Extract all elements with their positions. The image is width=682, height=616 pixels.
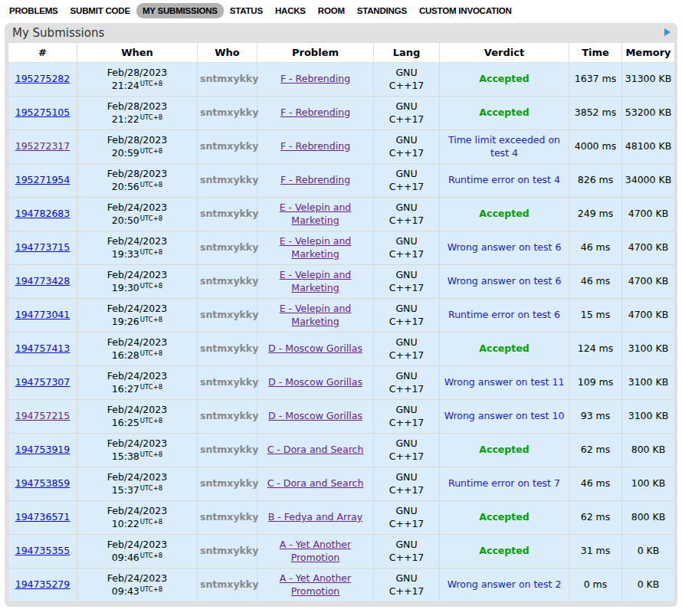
submission-lang: GNU C++17	[374, 265, 440, 299]
submission-author-link[interactable]: sntmxykky	[200, 444, 258, 455]
submission-author-link[interactable]: sntmxykky	[200, 477, 258, 489]
problem-link[interactable]: E - Velepin and Marketing	[280, 235, 352, 260]
submission-date: Feb/28/2023	[80, 168, 195, 181]
submission-author-link[interactable]: sntmxykky	[200, 106, 258, 118]
submission-when-cell: Feb/24/202319:26UTC+8	[77, 299, 198, 333]
nav-tab-problems[interactable]: PROBLEMS	[3, 3, 64, 18]
submission-id-link[interactable]: 194753859	[15, 477, 70, 489]
nav-tab-standings[interactable]: STANDINGS	[351, 3, 413, 18]
submission-id-link[interactable]: 194735355	[15, 545, 70, 556]
problem-link[interactable]: E - Velepin and Marketing	[280, 202, 352, 226]
submission-id-link[interactable]: 194757215	[15, 410, 70, 421]
problem-link[interactable]: F - Rebrending	[280, 106, 350, 118]
nav-tab-status[interactable]: STATUS	[224, 3, 269, 18]
submission-who-cell: sntmxykky	[198, 568, 257, 602]
submission-time: 16:25UTC+8	[80, 417, 195, 430]
problem-link[interactable]: D - Moscow Gorillas	[268, 410, 362, 421]
nav-tab-my-submissions[interactable]: MY SUBMISSIONS	[136, 3, 224, 18]
submission-id-link[interactable]: 194757307	[15, 376, 70, 388]
submission-verdict: Wrong answer on test 10	[444, 410, 565, 421]
nav-tab-custom-invocation[interactable]: CUSTOM INVOCATION	[413, 3, 518, 18]
submission-id-link[interactable]: 194782683	[15, 208, 70, 219]
expand-arrow-icon[interactable]	[664, 28, 671, 36]
submission-id-link[interactable]: 194736571	[15, 511, 70, 523]
submission-author-link[interactable]: sntmxykky	[200, 309, 258, 320]
submission-verdict: Time limit exceeded on test 4	[448, 134, 560, 159]
timezone-label: UTC+8	[140, 282, 162, 290]
submission-id-link[interactable]: 195272317	[15, 140, 70, 152]
nav-tab-hacks[interactable]: HACKS	[269, 3, 312, 18]
submission-author-link[interactable]: sntmxykky	[200, 511, 258, 523]
problem-link[interactable]: A - Yet Another Promotion	[280, 539, 351, 563]
submission-date: Feb/24/2023	[80, 539, 195, 552]
submission-who-cell: sntmxykky	[198, 467, 257, 501]
timezone-label: UTC+8	[140, 113, 162, 121]
submission-id-link[interactable]: 195271954	[15, 174, 70, 185]
submission-exec-time: 62 ms	[569, 501, 622, 535]
submission-lang: GNU C++17	[374, 501, 440, 535]
submission-author-link[interactable]: sntmxykky	[200, 241, 258, 253]
submission-author-link[interactable]: sntmxykky	[200, 410, 258, 421]
problem-link[interactable]: C - Dora and Search	[267, 477, 364, 489]
problem-link[interactable]: F - Rebrending	[280, 140, 350, 152]
submission-author-link[interactable]: sntmxykky	[200, 73, 258, 84]
submission-id-link[interactable]: 194773428	[15, 275, 70, 287]
submission-time: 09:43UTC+8	[80, 585, 195, 598]
submission-date: Feb/28/2023	[80, 100, 195, 113]
submission-lang: GNU C++17	[374, 198, 440, 231]
submission-id-link[interactable]: 194757413	[15, 342, 70, 354]
submission-id-link[interactable]: 195275282	[15, 73, 70, 84]
submission-who-cell: sntmxykky	[198, 265, 257, 299]
submission-id-link[interactable]: 194773041	[15, 309, 70, 320]
timezone-label: UTC+8	[140, 484, 162, 492]
submission-memory: 4700 KB	[622, 299, 675, 333]
problem-link[interactable]: E - Velepin and Marketing	[280, 269, 352, 293]
submission-when-cell: Feb/24/202316:25UTC+8	[77, 400, 198, 434]
submission-id-cell: 194782683	[8, 198, 77, 231]
submission-verdict: Accepted	[479, 342, 529, 354]
submission-date: Feb/28/2023	[80, 134, 195, 147]
submission-id-link[interactable]: 194773715	[15, 241, 70, 253]
submission-memory: 53200 KB	[622, 97, 675, 130]
submission-author-link[interactable]: sntmxykky	[200, 174, 258, 185]
submission-author-link[interactable]: sntmxykky	[200, 376, 258, 388]
submission-problem-cell: A - Yet Another Promotion	[257, 568, 374, 602]
submission-verdict-cell: Runtime error on test 4	[440, 164, 569, 198]
submission-verdict: Accepted	[479, 511, 529, 523]
submission-id-cell: 194735279	[8, 568, 77, 602]
submission-verdict-cell: Wrong answer on test 6	[440, 231, 569, 265]
submission-when-cell: Feb/24/202316:28UTC+8	[77, 333, 198, 366]
submission-row: 194735279Feb/24/202309:43UTC+8sntmxykkyA…	[8, 568, 675, 602]
problem-link[interactable]: F - Rebrending	[280, 73, 350, 84]
nav-tab-room[interactable]: ROOM	[312, 3, 351, 18]
submission-author-link[interactable]: sntmxykky	[200, 578, 258, 590]
submission-problem-cell: D - Moscow Gorillas	[257, 400, 374, 434]
problem-link[interactable]: F - Rebrending	[280, 174, 350, 185]
submission-id-link[interactable]: 195275105	[15, 106, 70, 118]
submission-id-link[interactable]: 194753919	[15, 444, 70, 455]
submission-lang: GNU C++17	[374, 400, 440, 434]
submission-author-link[interactable]: sntmxykky	[200, 342, 258, 354]
submission-problem-cell: F - Rebrending	[257, 164, 374, 198]
submission-id-cell: 195275282	[8, 63, 77, 97]
submission-time: 20:59UTC+8	[80, 147, 195, 160]
column-header-lang: Lang	[374, 43, 440, 63]
submission-author-link[interactable]: sntmxykky	[200, 208, 258, 219]
submission-row: 194773715Feb/24/202319:33UTC+8sntmxykkyE…	[8, 231, 675, 265]
problem-link[interactable]: D - Moscow Gorillas	[268, 376, 362, 388]
problem-link[interactable]: D - Moscow Gorillas	[268, 342, 362, 354]
nav-tab-submit-code[interactable]: SUBMIT CODE	[64, 3, 136, 18]
problem-link[interactable]: C - Dora and Search	[267, 444, 364, 455]
problem-link[interactable]: A - Yet Another Promotion	[280, 572, 351, 597]
submission-author-link[interactable]: sntmxykky	[200, 275, 258, 287]
submission-row: 195275282Feb/28/202321:24UTC+8sntmxykkyF…	[8, 63, 675, 97]
submission-author-link[interactable]: sntmxykky	[200, 140, 258, 152]
submission-verdict-cell: Accepted	[440, 97, 569, 130]
submission-id-link[interactable]: 194735279	[15, 578, 70, 590]
problem-link[interactable]: B - Fedya and Array	[268, 511, 362, 523]
submission-verdict: Runtime error on test 6	[448, 309, 560, 320]
problem-link[interactable]: E - Velepin and Marketing	[280, 303, 352, 327]
submission-date: Feb/24/2023	[80, 404, 195, 417]
submission-memory: 800 KB	[622, 434, 675, 467]
submission-author-link[interactable]: sntmxykky	[200, 545, 258, 556]
